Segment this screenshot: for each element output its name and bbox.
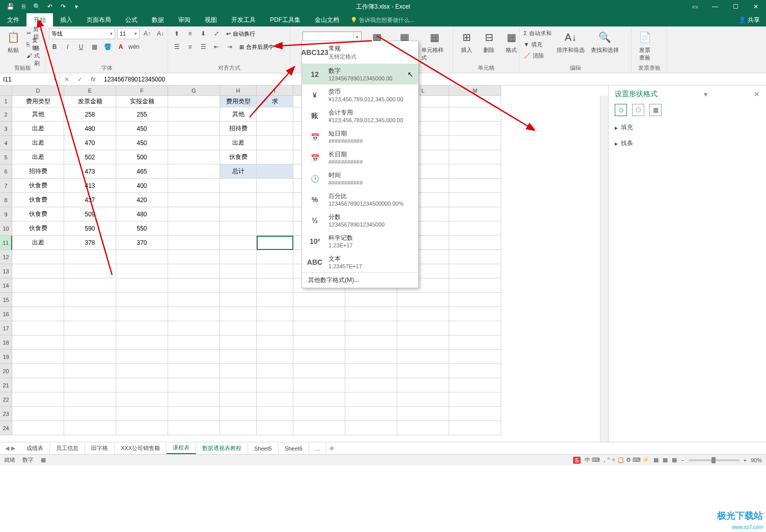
cell[interactable] xyxy=(168,207,220,221)
cell[interactable] xyxy=(257,335,293,350)
view-layout-icon[interactable]: ▦ xyxy=(663,457,668,463)
cell[interactable] xyxy=(64,378,116,393)
col-header[interactable]: D xyxy=(12,86,64,96)
cell[interactable]: 378 xyxy=(64,236,116,250)
cell[interactable] xyxy=(257,136,293,150)
col-header[interactable]: F xyxy=(116,86,168,96)
qat-btn[interactable]: ⎘ xyxy=(17,1,30,12)
cell[interactable]: 370 xyxy=(116,236,168,250)
effects-tab-icon[interactable]: ⬠ xyxy=(632,104,644,116)
cell[interactable] xyxy=(168,364,220,378)
cell[interactable] xyxy=(449,150,501,164)
ribbon-options-icon[interactable]: ▭ xyxy=(685,0,705,13)
row-header[interactable]: 5 xyxy=(0,150,12,164)
phonetic-icon[interactable]: wén xyxy=(128,41,140,52)
fill-color-icon[interactable]: 🪣 xyxy=(102,41,113,52)
formula-input[interactable]: 123456789012345000 xyxy=(100,76,766,83)
border-icon[interactable]: ▦ xyxy=(89,41,100,52)
cell[interactable]: 465 xyxy=(116,164,168,179)
cell[interactable] xyxy=(12,407,64,421)
save-icon[interactable]: 💾 xyxy=(4,1,16,12)
cell[interactable] xyxy=(220,393,257,407)
format-option-百分比[interactable]: %百分比12345678901234500000.00% xyxy=(302,189,418,210)
cell[interactable] xyxy=(257,364,293,378)
row-header[interactable]: 3 xyxy=(0,122,12,136)
cell[interactable] xyxy=(12,321,64,335)
cell[interactable] xyxy=(12,421,64,435)
col-header[interactable]: G xyxy=(168,86,220,96)
cell[interactable] xyxy=(449,407,501,421)
cell[interactable] xyxy=(12,278,64,293)
row-header[interactable]: 2 xyxy=(0,107,12,122)
cell[interactable]: 其他 xyxy=(220,107,257,122)
cell[interactable] xyxy=(220,236,257,250)
tab-formulas[interactable]: 公式 xyxy=(118,13,145,26)
tab-review[interactable]: 审阅 xyxy=(171,13,198,26)
cell[interactable] xyxy=(12,393,64,407)
view-pagebreak-icon[interactable]: ▦ xyxy=(672,457,677,463)
cell[interactable] xyxy=(345,407,397,421)
cell[interactable] xyxy=(12,250,64,264)
cell[interactable] xyxy=(116,364,168,378)
sheet-tab[interactable]: Sheet6 xyxy=(279,443,309,454)
cell[interactable] xyxy=(116,335,168,350)
cell[interactable]: 其他 xyxy=(12,107,64,122)
cell[interactable] xyxy=(64,364,116,378)
cell[interactable] xyxy=(449,350,501,364)
format-cells-button[interactable]: ▦格式 xyxy=(501,28,522,55)
cell[interactable] xyxy=(64,307,116,321)
clear-button[interactable]: 🧹清除 xyxy=(523,50,553,61)
tab-layout[interactable]: 页面布局 xyxy=(79,13,118,26)
cell[interactable] xyxy=(293,335,345,350)
cell[interactable]: 420 xyxy=(116,193,168,207)
sheet-tab[interactable]: 课程表 xyxy=(167,443,196,454)
cell[interactable] xyxy=(12,378,64,393)
cell[interactable] xyxy=(449,293,501,307)
cell[interactable] xyxy=(168,164,220,179)
sheet-tab[interactable]: Sheet5 xyxy=(248,443,279,454)
cell[interactable] xyxy=(168,307,220,321)
row-header[interactable]: 24 xyxy=(0,421,12,435)
zoom-out-icon[interactable]: − xyxy=(681,457,684,463)
align-left-icon[interactable]: ☰ xyxy=(171,41,182,52)
cell[interactable] xyxy=(257,278,293,293)
cell[interactable] xyxy=(12,293,64,307)
row-header[interactable]: 23 xyxy=(0,407,12,421)
cell[interactable] xyxy=(345,335,397,350)
orientation-icon[interactable]: ⤢ xyxy=(211,28,222,39)
wrap-text-button[interactable]: ↩自动换行 xyxy=(224,29,257,39)
cell[interactable]: 258 xyxy=(64,107,116,122)
cell[interactable] xyxy=(220,179,257,193)
cell[interactable] xyxy=(64,350,116,364)
cell[interactable] xyxy=(257,150,293,164)
row-header[interactable]: 20 xyxy=(0,364,12,378)
cell[interactable] xyxy=(397,350,449,364)
cell[interactable] xyxy=(293,364,345,378)
cell[interactable] xyxy=(64,278,116,293)
cell[interactable] xyxy=(168,293,220,307)
cell[interactable] xyxy=(449,96,501,107)
cell[interactable]: 出差 xyxy=(12,236,64,250)
panel-close-icon[interactable]: ✕ xyxy=(754,90,760,98)
align-top-icon[interactable]: ⬆ xyxy=(171,28,182,39)
fill-line-tab-icon[interactable]: ◇ xyxy=(615,104,627,116)
cell[interactable] xyxy=(116,421,168,435)
zoom-slider[interactable] xyxy=(689,459,740,461)
cell[interactable] xyxy=(449,122,501,136)
cell[interactable] xyxy=(168,122,220,136)
font-name-combo[interactable]: 等线▾ xyxy=(49,28,115,39)
format-option-货币[interactable]: ¥货币¥123,456,789,012,345,000.00 xyxy=(302,85,418,105)
cell[interactable] xyxy=(397,393,449,407)
cell[interactable] xyxy=(220,207,257,221)
row-header[interactable]: 4 xyxy=(0,136,12,150)
row-header[interactable]: 18 xyxy=(0,335,12,350)
cell[interactable] xyxy=(449,321,501,335)
format-option-短日期[interactable]: 📅短日期########### xyxy=(302,126,418,147)
cell[interactable]: 590 xyxy=(64,221,116,236)
cell[interactable] xyxy=(397,321,449,335)
cell[interactable] xyxy=(257,236,293,250)
col-header[interactable]: I xyxy=(257,86,293,96)
row-header[interactable]: 12 xyxy=(0,250,12,264)
format-option-常规[interactable]: ABC123常规无特定格式 xyxy=(302,41,418,64)
cell[interactable]: 480 xyxy=(116,207,168,221)
